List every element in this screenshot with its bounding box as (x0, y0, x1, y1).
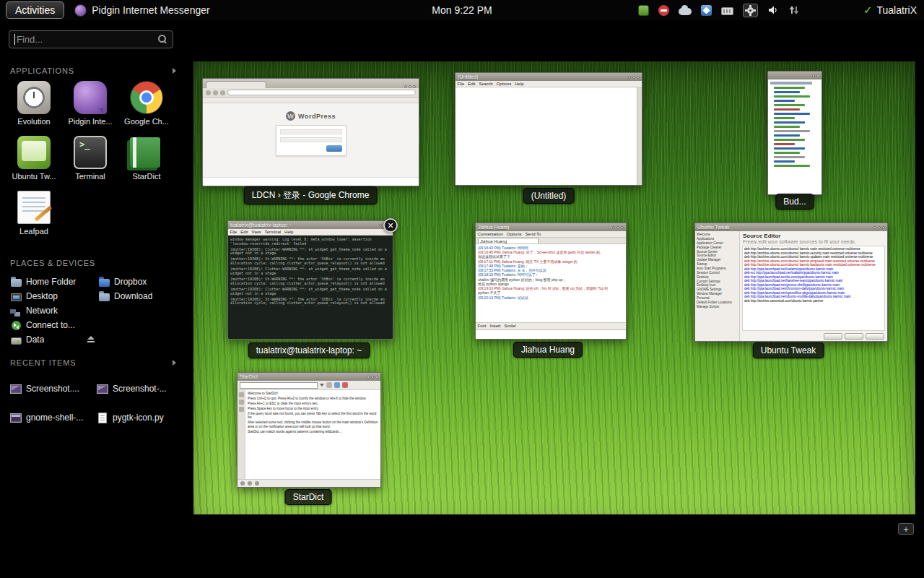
place-item[interactable]: Desktop (10, 289, 98, 303)
search-box[interactable] (9, 30, 173, 48)
recent-item[interactable]: Screenshot.... (10, 374, 97, 403)
clock[interactable]: Mon 9:22 PM (432, 4, 492, 16)
scrollbar (637, 87, 642, 185)
window-thumbnail-stardict[interactable]: StarDict Welcome to StarDict!Press Ctrl+… (237, 372, 381, 488)
gear-icon[interactable] (743, 4, 758, 17)
place-item[interactable]: Connect to... (10, 318, 98, 332)
evolution-icon (17, 81, 51, 114)
app-launcher[interactable]: Ubuntu Tw... (6, 136, 62, 191)
place-item[interactable]: Dropbox (98, 275, 173, 289)
menu-item: Search (479, 82, 493, 87)
wordpress-logo-icon (286, 111, 295, 121)
window-caption-untitled: (Untitled) (523, 188, 575, 204)
password-field (280, 137, 342, 142)
place-item[interactable]: Download (98, 289, 173, 303)
lookup-input (240, 382, 318, 389)
menu-item: Terminal (264, 230, 281, 235)
window-thumbnail-ubuntu-tweak[interactable]: Ubuntu Tweak WelcomeApplicationsApplicat… (694, 223, 888, 342)
username: TualatriX (876, 4, 917, 16)
format-toolbar-item: Smile! (505, 324, 517, 329)
app-launcher[interactable]: Evolution (6, 81, 62, 136)
recent-item[interactable]: pygtk-icon.py (97, 403, 176, 432)
focused-app-menu[interactable]: Pidgin Internet Messenger (74, 4, 209, 17)
source-line: deb http://archive.canonical.com/ubuntu … (744, 298, 883, 302)
search-icon (326, 382, 332, 388)
software-update-icon[interactable] (638, 5, 649, 16)
volume-icon[interactable] (767, 4, 779, 16)
keyboard-icon[interactable] (721, 7, 733, 15)
recent-item[interactable]: gnome-shell-... (10, 403, 97, 432)
connect-icon (12, 321, 21, 330)
message-input-area (476, 329, 626, 339)
window-thumbnail-untitled[interactable]: (Untitled) FileEditSearchOptionsHelp (455, 72, 642, 186)
chevron-right-icon[interactable] (173, 68, 176, 74)
terminal-line: (mutter:19208): St-WARNING **: the actor… (230, 277, 391, 285)
window-thumbnail-terminal[interactable]: tualatrix@tualatrix-laptop: ~ FileEditVi… (227, 220, 393, 340)
menu-item: File (458, 82, 465, 87)
window-title: Ubuntu Tweak (697, 225, 730, 230)
app-launcher[interactable]: Google Ch... (118, 81, 175, 136)
search-input[interactable] (17, 34, 158, 45)
definition-line: Welcome to StarDict! (248, 392, 378, 396)
window-caption-chrome: LDCN › 登录 - Google Chrome (244, 186, 378, 204)
ubuntu-tweak-icon (17, 136, 51, 169)
pane-title: Source Editor (743, 233, 884, 239)
close-window-button[interactable]: ✕ (383, 218, 398, 233)
login-button (326, 145, 342, 152)
place-item[interactable]: Home Folder (10, 275, 98, 289)
window-title: tualatrix@tualatrix-laptop: ~ (230, 223, 292, 228)
presence-available-icon: ✓ (863, 4, 873, 17)
terminal-line: window manager warning: Log level 8: met… (230, 237, 391, 246)
system-tray (638, 4, 800, 17)
chrome-icon (130, 81, 163, 114)
place-item[interactable]: Data (10, 332, 98, 347)
app-launcher[interactable]: Terminal (62, 136, 118, 191)
menu-item: Options (507, 232, 522, 237)
username-field (280, 129, 342, 134)
chevron-right-icon[interactable] (173, 360, 176, 366)
input-method-icon[interactable] (701, 5, 712, 16)
place-item[interactable]: Network (10, 303, 98, 318)
menu-item: Help (284, 230, 293, 235)
search-icon[interactable] (158, 35, 167, 44)
cloud-icon[interactable] (679, 8, 692, 15)
browser-tab (206, 81, 266, 88)
menu-item: File (230, 230, 237, 235)
window-title: Jiahua Huang (478, 225, 509, 230)
buddy-list-rows (768, 79, 821, 194)
bookmarks-bar (203, 98, 419, 103)
applications-header[interactable]: APPLICATIONS (10, 66, 176, 75)
chat-message: (09:20:13 PM) Tualatrix: 试试试 (478, 296, 624, 300)
user-menu[interactable]: ✓ TualatriX (863, 4, 917, 17)
tweak-sidebar: WelcomeApplicationsApplication CenterPac… (695, 231, 740, 341)
clear-icon (342, 382, 348, 388)
do-not-disturb-icon[interactable] (658, 5, 669, 16)
sources-list: deb http://archive.ubuntu.com/ubuntu/ ka… (742, 246, 885, 331)
stardict-icon (130, 137, 160, 168)
terminal-line: (mutter:19208): St-WARNING **: the actor… (230, 257, 391, 266)
network-icon[interactable] (788, 4, 800, 16)
app-launcher[interactable]: Pidgin Inte... (62, 81, 118, 136)
activities-button[interactable]: Activities (6, 1, 64, 19)
definition-area: Welcome to StarDict!Press Ctrl+Q to quit… (245, 390, 380, 479)
recent-items-header[interactable]: RECENT ITEMS (10, 358, 176, 367)
terminal-line: (mutter:19208): Clutter-WARNING **: st_w… (230, 267, 391, 275)
conversation-tab: Jiahua Huang (478, 238, 539, 243)
image-file-icon (97, 384, 108, 394)
workspace-preview[interactable]: WordPress LDCN › 登录 - Google Chrome (Unt… (193, 61, 915, 514)
recent-item[interactable]: Screenshot-... (97, 374, 176, 403)
dropbox-folder-icon (99, 279, 110, 287)
eject-icon[interactable] (87, 336, 96, 344)
app-launcher[interactable]: Leafpad (6, 191, 62, 246)
window-thumbnail-chat[interactable]: Jiahua Huang ConversationOptionsSend To … (475, 223, 627, 340)
add-workspace-button[interactable]: + (898, 523, 914, 535)
window-thumbnail-chrome[interactable]: WordPress (202, 78, 419, 186)
login-form (276, 125, 346, 156)
menu-item: Send To (526, 232, 541, 237)
applications-grid: Evolution Pidgin Inte... Google Ch... Ub… (6, 81, 175, 246)
drive-icon (11, 337, 22, 345)
wordpress-wordmark: WordPress (298, 113, 336, 120)
window-thumbnail-buddy-list[interactable] (767, 71, 822, 195)
app-launcher[interactable]: StarDict (118, 136, 175, 191)
menu-item: View (252, 230, 261, 235)
